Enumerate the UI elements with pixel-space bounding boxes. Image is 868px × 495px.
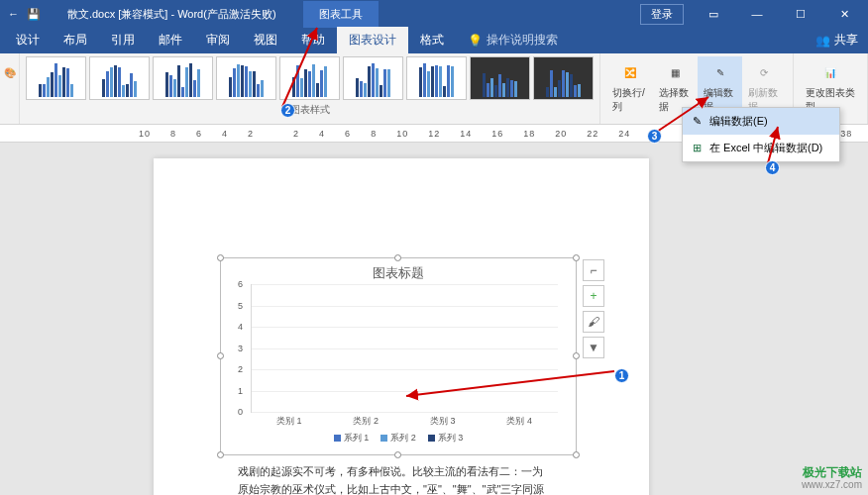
chart-style-thumb[interactable] xyxy=(343,56,403,100)
save-icon[interactable]: 💾 xyxy=(27,8,41,21)
layout-options-button[interactable]: ⌐ xyxy=(583,259,604,281)
annotation-badge-2: 2 xyxy=(280,103,295,118)
chart-style-thumb[interactable] xyxy=(406,56,467,100)
resize-handle[interactable] xyxy=(217,451,224,458)
chart-style-thumb[interactable] xyxy=(89,56,150,100)
minimize-icon[interactable]: — xyxy=(737,0,777,28)
chart-legend[interactable]: 系列 1系列 2系列 3 xyxy=(221,432,576,445)
chart-styles-gallery: 图表样式 xyxy=(20,53,600,124)
tab-references[interactable]: 引用 xyxy=(99,27,147,53)
context-tab-chart-tools[interactable]: 图表工具 xyxy=(303,1,379,28)
chart-elements-button[interactable]: + xyxy=(583,285,604,307)
document-body-text[interactable]: 戏剧的起源实不可考，有多种假说。比较主流的看法有二：一为 原始宗教的巫术仪式，比… xyxy=(238,463,575,495)
chart-side-buttons: ⌐ + 🖌 ▼ xyxy=(583,259,604,358)
tab-mailings[interactable]: 邮件 xyxy=(147,27,194,53)
filter-icon: ▼ xyxy=(588,341,599,354)
chart-style-thumb[interactable] xyxy=(279,56,340,100)
dropdown-edit-in-excel[interactable]: ⊞ 在 Excel 中编辑数据(D) xyxy=(683,135,839,161)
switch-icon: 🔀 xyxy=(618,60,642,84)
brush-icon: 🖌 xyxy=(588,315,599,329)
resize-handle[interactable] xyxy=(217,254,224,261)
resize-handle[interactable] xyxy=(394,254,401,261)
plus-icon: + xyxy=(590,289,597,303)
edit-data-icon: ✎ xyxy=(708,60,732,84)
edit-icon: ✎ xyxy=(693,115,702,128)
annotation-badge-1: 1 xyxy=(614,368,629,383)
chart-title[interactable]: 图表标题 xyxy=(221,258,576,284)
ribbon-tabs: 设计 布局 引用 邮件 审阅 视图 帮助 图表设计 格式 💡 操作说明搜索 👥 … xyxy=(0,28,868,53)
refresh-icon: ⟳ xyxy=(752,60,776,84)
select-data-icon: ▦ xyxy=(664,60,688,84)
title-bar: ← 💾 散文.docx [兼容模式] - Word(产品激活失败) 图表工具 登… xyxy=(0,0,868,28)
chart-styles-label: 图表样式 xyxy=(26,103,594,117)
chart-style-thumb[interactable] xyxy=(26,56,86,100)
chart-style-thumb[interactable] xyxy=(470,56,530,100)
login-button[interactable]: 登录 xyxy=(640,4,684,25)
share-icon: 👥 xyxy=(815,34,830,48)
ribbon-display-icon[interactable]: ▭ xyxy=(694,0,733,28)
excel-icon: ⊞ xyxy=(693,142,702,154)
tab-layout[interactable]: 布局 xyxy=(52,27,99,53)
tab-design[interactable]: 设计 xyxy=(4,27,52,53)
maximize-icon[interactable]: ☐ xyxy=(781,0,820,28)
annotation-badge-3: 3 xyxy=(647,129,662,144)
resize-handle[interactable] xyxy=(573,352,580,359)
chart-style-thumb[interactable] xyxy=(153,56,213,100)
layout-icon: ⌐ xyxy=(590,263,597,277)
tab-help[interactable]: 帮助 xyxy=(289,27,337,53)
tab-review[interactable]: 审阅 xyxy=(194,27,242,53)
resize-handle[interactable] xyxy=(217,352,224,359)
chart-style-thumb[interactable] xyxy=(216,56,276,100)
switch-row-col-button[interactable]: 🔀 切换行/列 xyxy=(606,56,653,118)
annotation-badge-4: 4 xyxy=(765,160,780,175)
chart-type-icon: 📊 xyxy=(818,60,842,84)
chart-object[interactable]: 图表标题 0123456 类别 1类别 2类别 3类别 4 系列 1系列 2系列… xyxy=(220,257,577,455)
chart-styles-button[interactable]: 🖌 xyxy=(583,311,604,333)
chart-x-labels: 类别 1类别 2类别 3类别 4 xyxy=(251,415,558,428)
palette-icon: 🎨 xyxy=(0,60,22,84)
back-icon[interactable]: ← xyxy=(8,8,19,20)
resize-handle[interactable] xyxy=(394,451,401,458)
chart-filters-button[interactable]: ▼ xyxy=(583,337,604,358)
close-icon[interactable]: ✕ xyxy=(824,0,864,28)
chart-plot-area[interactable]: 0123456 xyxy=(251,284,558,413)
tab-format[interactable]: 格式 xyxy=(408,27,456,53)
resize-handle[interactable] xyxy=(573,254,580,261)
chart-style-thumb[interactable] xyxy=(533,56,594,100)
tell-me-search[interactable]: 💡 操作说明搜索 xyxy=(456,27,570,53)
tab-chart-design[interactable]: 图表设计 xyxy=(337,27,408,53)
share-button[interactable]: 👥 共享 xyxy=(806,27,868,53)
document-title: 散文.docx [兼容模式] - Word(产品激活失败) xyxy=(41,7,303,22)
watermark: 极光下载站 www.xz7.com xyxy=(802,465,862,491)
resize-handle[interactable] xyxy=(573,451,580,458)
tab-view[interactable]: 视图 xyxy=(242,27,289,53)
lightbulb-icon: 💡 xyxy=(468,34,483,48)
dropdown-edit-data[interactable]: ✎ 编辑数据(E) xyxy=(683,108,839,135)
edit-data-dropdown: ✎ 编辑数据(E) ⊞ 在 Excel 中编辑数据(D) xyxy=(682,107,840,162)
